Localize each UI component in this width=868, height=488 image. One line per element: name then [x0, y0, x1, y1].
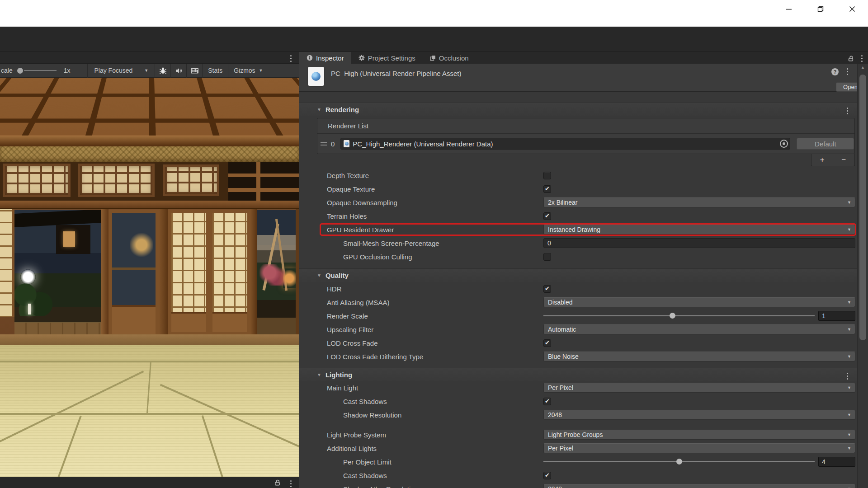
dropdown-value: Per Pixel — [548, 445, 573, 452]
list-add-remove-box: + − — [811, 154, 855, 166]
property-label: GPU Occlusion Culling — [343, 253, 412, 261]
section-kebab-icon[interactable] — [846, 107, 849, 115]
help-icon[interactable]: ? — [831, 68, 839, 75]
property-label: Render Scale — [327, 312, 368, 320]
scroll-up-icon[interactable]: ▲ — [858, 65, 868, 70]
default-button[interactable]: Default — [797, 138, 854, 150]
display-mode-dropdown[interactable]: Play Focused ▼ — [88, 64, 155, 78]
per-object-limit-slider[interactable] — [543, 455, 815, 469]
property-row: HDR — [299, 282, 858, 296]
gear-icon — [359, 55, 365, 61]
window-controls — [773, 0, 868, 18]
checkbox[interactable] — [543, 398, 551, 405]
tab-occlusion[interactable]: Occlusion — [423, 52, 476, 64]
render-scale-slider[interactable] — [543, 309, 815, 323]
foldout-arrow-icon[interactable]: ▼ — [317, 273, 321, 278]
checkbox[interactable] — [543, 172, 551, 179]
unlock-icon[interactable] — [274, 479, 281, 486]
renderer-index: 0 — [331, 140, 335, 148]
stats-button[interactable]: Stats — [203, 64, 228, 78]
section-title: Rendering — [326, 106, 359, 113]
game-scene-viewport[interactable] — [0, 78, 299, 477]
remove-renderer-button[interactable]: − — [833, 154, 855, 166]
chevron-down-icon: ▼ — [144, 68, 148, 73]
scene-shoji-doors — [168, 210, 250, 335]
number-field[interactable]: 0 — [543, 238, 855, 248]
lock-icon[interactable] — [848, 55, 854, 62]
dropdown[interactable]: Blue Noise▼ — [543, 352, 855, 361]
drag-handle-icon[interactable] — [321, 142, 327, 145]
slider-track[interactable] — [543, 315, 815, 316]
property-row: Render Scale 1 — [299, 309, 858, 323]
property-row: Light Probe System Light Probe Groups▼ — [299, 428, 858, 441]
dropdown[interactable]: Automatic▼ — [543, 324, 855, 334]
foldout-arrow-icon[interactable]: ▼ — [317, 372, 321, 377]
gizmos-dropdown[interactable]: Gizmos ▼ — [228, 64, 268, 78]
property-label: Upscaling Filter — [327, 326, 373, 333]
chevron-down-icon: ▼ — [259, 68, 263, 73]
dropdown[interactable]: Per Pixel▼ — [543, 443, 855, 453]
section-rendering[interactable]: ▼ Rendering — [299, 103, 858, 116]
mute-audio-toggle[interactable] — [171, 64, 186, 78]
scale-slider-handle[interactable] — [17, 68, 23, 74]
renderer-list-item: 0 PC_High_Renderer (Universal Renderer D… — [317, 134, 854, 154]
game-menu-kebab-icon[interactable] — [289, 54, 292, 63]
inspector-menu-kebab-icon[interactable] — [860, 54, 863, 63]
tab-inspector[interactable]: Inspector — [299, 52, 351, 64]
rendering-rows: Depth Texture Opaque Texture Opaque Down… — [299, 169, 858, 263]
scrollbar-thumb[interactable] — [859, 75, 866, 340]
debug-bug-toggle[interactable] — [155, 64, 170, 78]
section-kebab-icon[interactable] — [846, 372, 849, 380]
info-icon — [307, 55, 313, 61]
dropdown[interactable]: 2048▼ — [543, 484, 855, 488]
checkbox[interactable] — [543, 472, 551, 479]
scale-slider-track[interactable] — [24, 70, 57, 71]
minimize-button[interactable] — [773, 0, 805, 18]
dropdown[interactable]: 2048▼ — [543, 410, 855, 420]
property-label: GPU Resident Drawer — [327, 226, 394, 234]
chevron-down-icon: ▼ — [847, 327, 851, 332]
slider-handle[interactable] — [670, 313, 675, 319]
object-picker-icon[interactable] — [780, 140, 788, 148]
scene-garden-doorway-right — [257, 210, 296, 335]
vsync-grid-toggle[interactable] — [187, 64, 202, 78]
inspector-panel: Inspector Project Settings Occlusion — [299, 52, 868, 488]
dropdown[interactable]: Per Pixel▼ — [543, 383, 855, 393]
dropdown-value: 2048 — [548, 485, 562, 488]
property-row: Cast Shadows — [299, 394, 858, 408]
game-context-kebab-icon[interactable] — [289, 479, 292, 488]
section-quality[interactable]: ▼ Quality — [299, 268, 858, 282]
section-lighting[interactable]: ▼ Lighting — [299, 368, 858, 381]
asset-kebab-icon[interactable] — [846, 67, 849, 76]
checkbox[interactable] — [543, 339, 551, 347]
checkbox[interactable] — [543, 253, 551, 261]
property-row: GPU Occlusion Culling — [299, 250, 858, 263]
close-button[interactable] — [836, 0, 868, 18]
dropdown[interactable]: Disabled▼ — [543, 297, 855, 307]
chevron-down-icon: ▼ — [847, 385, 851, 390]
slider-handle[interactable] — [676, 459, 682, 465]
renderer-object-field[interactable]: PC_High_Renderer (Universal Renderer Dat… — [340, 138, 790, 150]
scene-tatami-floor — [0, 345, 299, 477]
dropdown[interactable]: Instanced Drawing▼ — [543, 225, 855, 235]
chevron-down-icon: ▼ — [847, 200, 851, 205]
property-row: LOD Cross Fade Dithering Type Blue Noise… — [299, 350, 858, 363]
checkbox[interactable] — [543, 212, 551, 220]
dropdown-value: Instanced Drawing — [548, 226, 600, 233]
add-renderer-button[interactable]: + — [811, 154, 833, 166]
checkbox[interactable] — [543, 285, 551, 293]
number-field[interactable]: 4 — [818, 457, 855, 467]
dropdown[interactable]: Light Probe Groups▼ — [543, 430, 855, 440]
dropdown[interactable]: 2x Bilinear▼ — [543, 197, 855, 207]
restore-button[interactable] — [805, 0, 836, 18]
property-row: Per Object Limit 4 — [299, 455, 858, 469]
foldout-arrow-icon[interactable]: ▼ — [317, 107, 321, 112]
dropdown-value: Disabled — [548, 299, 572, 306]
scene-wall — [0, 209, 299, 338]
tab-project-settings[interactable]: Project Settings — [351, 52, 423, 64]
scene-transom — [0, 162, 299, 201]
property-label: Depth Texture — [327, 172, 369, 179]
number-field[interactable]: 1 — [818, 311, 855, 321]
inspector-scrollbar[interactable]: ▲ — [857, 64, 868, 488]
checkbox[interactable] — [543, 185, 551, 193]
